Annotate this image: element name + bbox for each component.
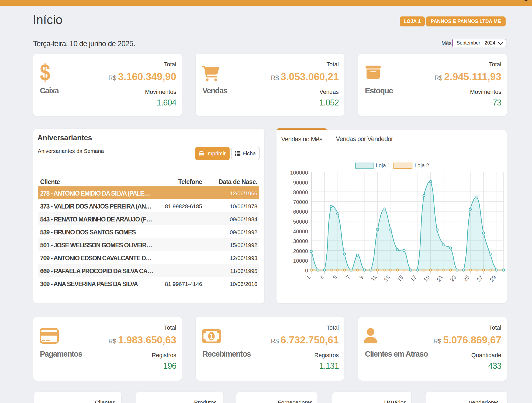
svg-text:0: 0 (305, 268, 308, 274)
svg-text:40000: 40000 (293, 228, 308, 234)
svg-text:10000: 10000 (293, 258, 308, 264)
svg-text:20000: 20000 (293, 248, 308, 254)
svg-text:70000: 70000 (293, 199, 308, 205)
svg-text:Loja 1: Loja 1 (376, 162, 391, 168)
svg-text:27: 27 (475, 274, 484, 282)
svg-text:7: 7 (345, 274, 351, 280)
svg-text:1: 1 (305, 274, 312, 280)
svg-text:29: 29 (489, 274, 497, 282)
svg-text:15: 15 (396, 274, 404, 282)
svg-text:11: 11 (370, 274, 378, 282)
svg-text:1: 1 (209, 332, 213, 340)
svg-text:21: 21 (436, 274, 444, 282)
svg-text:25: 25 (462, 274, 471, 282)
svg-text:17: 17 (409, 274, 417, 282)
svg-text:3: 3 (318, 274, 325, 280)
svg-text:19: 19 (423, 274, 431, 282)
svg-text:90000: 90000 (293, 180, 308, 186)
svg-text:80000: 80000 (293, 189, 308, 195)
svg-text:9: 9 (358, 274, 365, 280)
svg-text:30000: 30000 (293, 238, 308, 244)
svg-text:Loja 2: Loja 2 (414, 162, 429, 168)
svg-text:100000: 100000 (290, 170, 308, 176)
svg-text:50000: 50000 (293, 219, 308, 225)
svg-text:60000: 60000 (293, 209, 308, 215)
svg-text:13: 13 (383, 274, 391, 282)
svg-text:23: 23 (449, 274, 457, 282)
svg-text:5: 5 (331, 274, 338, 280)
